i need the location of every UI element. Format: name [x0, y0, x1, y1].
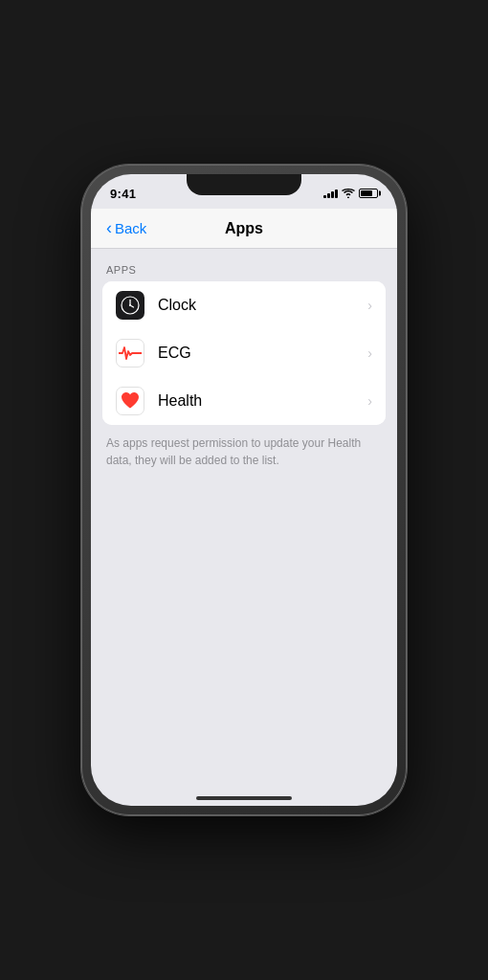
phone-screen: 9:41 [91, 174, 397, 806]
ecg-chevron-icon: › [367, 345, 372, 361]
status-time: 9:41 [110, 187, 136, 201]
phone-frame: 9:41 [81, 165, 407, 815]
health-icon [120, 391, 141, 411]
ecg-app-icon [116, 339, 144, 368]
home-indicator [196, 796, 292, 800]
navigation-bar: ‹ Back Apps [91, 209, 397, 249]
section-header: APPS [91, 249, 397, 281]
content-area: APPS Clock › [91, 249, 397, 806]
list-item-ecg[interactable]: ECG › [102, 329, 386, 377]
svg-point-3 [129, 304, 131, 306]
ecg-icon [119, 344, 142, 363]
clock-app-icon [116, 291, 144, 320]
battery-icon [359, 189, 378, 198]
footer-description: As apps request permission to update you… [91, 425, 397, 484]
clock-chevron-icon: › [367, 298, 372, 313]
back-button[interactable]: ‹ Back [106, 219, 146, 238]
health-app-icon [116, 387, 144, 415]
list-item-clock[interactable]: Clock › [102, 281, 386, 329]
page-title: Apps [225, 220, 263, 237]
wifi-icon [342, 189, 355, 198]
back-label: Back [115, 220, 146, 236]
clock-icon [120, 295, 141, 316]
apps-list: Clock › ECG › [102, 281, 386, 425]
back-chevron-icon: ‹ [106, 218, 112, 238]
list-item-health[interactable]: Health › [102, 377, 386, 425]
health-chevron-icon: › [367, 393, 372, 409]
notch [187, 174, 301, 195]
health-label: Health [158, 392, 367, 410]
status-icons [323, 189, 378, 198]
screen-content: ‹ Back Apps APPS [91, 209, 397, 806]
signal-icon [323, 189, 338, 198]
ecg-label: ECG [158, 345, 367, 362]
clock-label: Clock [158, 297, 367, 314]
